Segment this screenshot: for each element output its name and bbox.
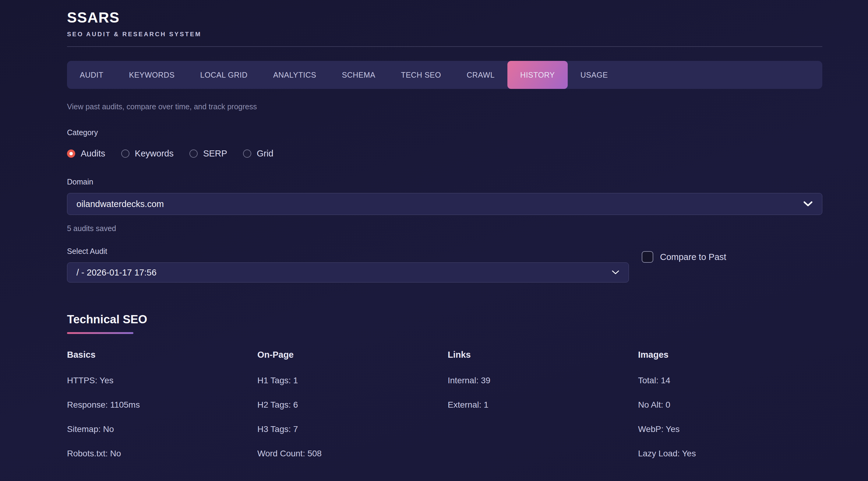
domain-select[interactable]: oilandwaterdecks.com xyxy=(67,193,822,215)
stat-row: WebP: Yes xyxy=(638,424,828,434)
stat-row: Internal: 39 xyxy=(448,376,638,385)
app-header: SSARS SEO AUDIT & RESEARCH SYSTEM xyxy=(67,9,822,38)
tab-tech-seo[interactable]: TECH SEO xyxy=(388,61,454,89)
category-radio-group: Audits Keywords SERP Grid xyxy=(67,149,822,159)
audits-saved-count: 5 audits saved xyxy=(67,224,822,233)
column-header: On-Page xyxy=(257,350,448,360)
radio-grid-icon xyxy=(243,150,251,158)
stat-row: H2 Tags: 6 xyxy=(257,400,448,410)
tab-usage[interactable]: USAGE xyxy=(568,61,621,89)
tab-history[interactable]: HISTORY xyxy=(507,61,568,89)
radio-keywords-icon xyxy=(121,150,129,158)
radio-serp-label: SERP xyxy=(203,149,227,159)
chevron-down-icon xyxy=(803,201,813,207)
stat-row: Robots.txt: No xyxy=(67,449,257,458)
radio-audits[interactable]: Audits xyxy=(67,149,105,159)
tab-schema[interactable]: SCHEMA xyxy=(329,61,388,89)
tab-local-grid[interactable]: LOCAL GRID xyxy=(187,61,260,89)
stat-row: Word Count: 508 xyxy=(257,449,448,458)
stat-row: Total: 14 xyxy=(638,376,828,385)
column-on-page: On-Page H1 Tags: 1 H2 Tags: 6 H3 Tags: 7… xyxy=(257,350,448,473)
radio-keywords[interactable]: Keywords xyxy=(121,149,174,159)
radio-serp-icon xyxy=(189,150,198,158)
radio-grid[interactable]: Grid xyxy=(243,149,274,159)
compare-to-past-label: Compare to Past xyxy=(660,252,726,262)
stat-row: Lazy Load: Yes xyxy=(638,449,828,458)
stat-row: No Alt: 0 xyxy=(638,400,828,410)
tab-keywords[interactable]: KEYWORDS xyxy=(116,61,188,89)
history-page: SSARS SEO AUDIT & RESEARCH SYSTEM AUDIT … xyxy=(0,0,868,473)
page-description: View past audits, compare over time, and… xyxy=(67,102,822,111)
section-title: Technical SEO xyxy=(67,313,822,326)
tab-crawl[interactable]: CRAWL xyxy=(454,61,507,89)
select-audit-label: Select Audit xyxy=(67,247,629,256)
audit-select-value: / - 2026-01-17 17:56 xyxy=(76,267,157,278)
app-title: SSARS xyxy=(67,9,822,26)
main-tabbar: AUDIT KEYWORDS LOCAL GRID ANALYTICS SCHE… xyxy=(67,61,822,89)
radio-serp[interactable]: SERP xyxy=(189,149,227,159)
chevron-down-icon xyxy=(612,270,619,275)
section-underline xyxy=(67,332,133,334)
domain-select-value: oilandwaterdecks.com xyxy=(76,199,164,209)
technical-seo-grid: Basics HTTPS: Yes Response: 1105ms Sitem… xyxy=(67,350,822,473)
column-links: Links Internal: 39 External: 1 xyxy=(448,350,638,473)
header-divider xyxy=(67,46,822,47)
compare-to-past-checkbox[interactable]: Compare to Past xyxy=(642,251,726,263)
category-label: Category xyxy=(67,128,822,137)
column-header: Basics xyxy=(67,350,257,360)
radio-audits-icon xyxy=(67,150,75,158)
audit-select-block: Select Audit / - 2026-01-17 17:56 xyxy=(67,247,629,283)
domain-label: Domain xyxy=(67,178,822,186)
audit-select-row: Select Audit / - 2026-01-17 17:56 Compar… xyxy=(67,247,822,283)
stat-row: Response: 1105ms xyxy=(67,400,257,410)
column-header: Links xyxy=(448,350,638,360)
stat-row: HTTPS: Yes xyxy=(67,376,257,385)
column-header: Images xyxy=(638,350,828,360)
stat-row: Sitemap: No xyxy=(67,424,257,434)
radio-audits-label: Audits xyxy=(81,149,105,159)
tab-analytics[interactable]: ANALYTICS xyxy=(260,61,329,89)
tab-audit[interactable]: AUDIT xyxy=(67,61,116,89)
stat-row: H3 Tags: 7 xyxy=(257,424,448,434)
radio-keywords-label: Keywords xyxy=(135,149,174,159)
radio-grid-label: Grid xyxy=(257,149,274,159)
column-basics: Basics HTTPS: Yes Response: 1105ms Sitem… xyxy=(67,350,257,473)
app-subtitle: SEO AUDIT & RESEARCH SYSTEM xyxy=(67,31,822,38)
stat-row: External: 1 xyxy=(448,400,638,410)
stat-row: H1 Tags: 1 xyxy=(257,376,448,385)
audit-select[interactable]: / - 2026-01-17 17:56 xyxy=(67,262,629,283)
column-images: Images Total: 14 No Alt: 0 WebP: Yes Laz… xyxy=(638,350,828,473)
checkbox-icon xyxy=(642,251,653,263)
